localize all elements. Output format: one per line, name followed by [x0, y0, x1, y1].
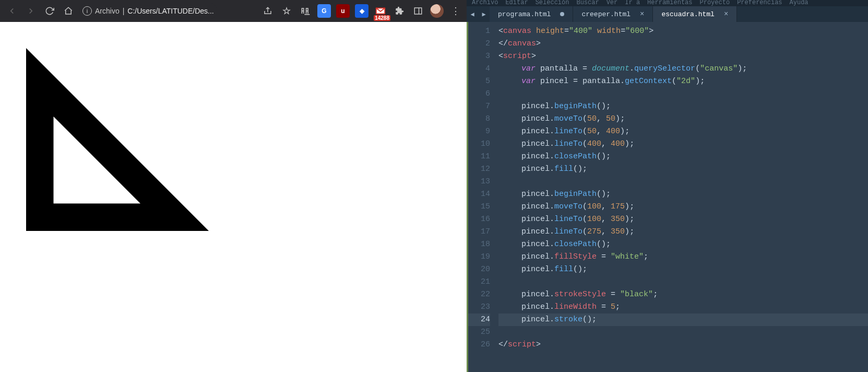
- extension-typography-icon[interactable]: [299, 4, 312, 18]
- line-number: 18: [468, 238, 490, 251]
- line-number: 2: [468, 38, 490, 50]
- editor-menu-item[interactable]: Ayuda: [790, 0, 808, 6]
- editor-menu-item[interactable]: Archivo: [472, 0, 498, 6]
- code-line[interactable]: pincel.closePath();: [498, 238, 868, 251]
- line-number: 4: [468, 63, 490, 75]
- address-sep: |: [123, 7, 125, 15]
- tab-scroll-left[interactable]: ◀: [467, 6, 478, 22]
- code-line[interactable]: [498, 326, 868, 339]
- editor-menu-item[interactable]: Selección: [536, 0, 569, 6]
- line-gutter: 1234567891011121314151617181920212223242…: [468, 22, 495, 372]
- extension-google-translate-icon[interactable]: G: [317, 4, 331, 18]
- reload-button[interactable]: [42, 3, 57, 19]
- extensions-button[interactable]: [393, 4, 406, 18]
- line-number: 16: [468, 213, 490, 226]
- code-line[interactable]: <script>: [498, 50, 868, 63]
- line-number: 11: [468, 150, 490, 163]
- code-line[interactable]: [498, 176, 868, 188]
- code-line[interactable]: pincel.lineTo(50, 400);: [498, 125, 868, 138]
- editor-tab[interactable]: programa.html: [490, 6, 573, 22]
- share-button[interactable]: [261, 4, 275, 18]
- extension-bitwarden-icon[interactable]: ◆: [355, 4, 368, 18]
- editor-tab[interactable]: escuadra.html×: [653, 6, 737, 22]
- editor-menu-item[interactable]: Herramientas: [647, 0, 692, 6]
- editor-menu-item[interactable]: Ir a: [625, 0, 640, 6]
- code-line[interactable]: pincel.lineTo(400, 400);: [498, 138, 868, 150]
- profile-avatar[interactable]: [430, 4, 444, 18]
- code-line[interactable]: pincel.strokeStyle = "black";: [498, 288, 868, 301]
- line-number: 14: [468, 188, 490, 201]
- code-line[interactable]: </script>: [498, 339, 868, 351]
- code-line[interactable]: pincel.beginPath();: [498, 100, 868, 113]
- code-line[interactable]: pincel.closePath();: [498, 150, 868, 163]
- editor-menu-item[interactable]: Ver: [607, 0, 618, 6]
- site-info-icon[interactable]: i: [82, 6, 92, 16]
- line-number: 6: [468, 88, 490, 100]
- toolbar-actions: ☆ G u ◆ 14288 ⋮: [261, 4, 462, 18]
- sidepanel-button[interactable]: [411, 4, 425, 18]
- line-number: 13: [468, 176, 490, 188]
- line-number: 24: [468, 313, 490, 326]
- svg-rect-3: [414, 8, 422, 14]
- extension-mail-icon[interactable]: 14288: [374, 4, 387, 18]
- line-number: 20: [468, 263, 490, 276]
- tab-scroll-right[interactable]: ▶: [478, 6, 490, 22]
- editor-menu-item[interactable]: Preferencias: [737, 0, 782, 6]
- extension-ublock-icon[interactable]: u: [336, 4, 350, 18]
- code-editor-window: ArchivoEditarSelecciónBuscarVerIr aHerra…: [467, 0, 868, 372]
- line-number: 5: [468, 75, 490, 88]
- code-line[interactable]: pincel.beginPath();: [498, 188, 868, 201]
- code-line[interactable]: pincel.fill();: [498, 163, 868, 176]
- line-number: 3: [468, 50, 490, 63]
- line-number: 17: [468, 226, 490, 238]
- code-content[interactable]: <canvas height="400" width="600"></canva…: [495, 22, 868, 372]
- code-line[interactable]: var pincel = pantalla.getContext("2d");: [498, 75, 868, 88]
- browser-menu-button[interactable]: ⋮: [449, 4, 462, 18]
- rendered-canvas: [0, 22, 313, 231]
- address-path: C:/Users/LATITUDE/Des...: [127, 7, 213, 15]
- address-bar[interactable]: i Archivo | C:/Users/LATITUDE/Des...: [79, 3, 217, 19]
- editor-tab[interactable]: creeper.html×: [573, 6, 653, 22]
- page-viewport: [0, 22, 467, 372]
- tab-close-icon[interactable]: ×: [640, 10, 644, 18]
- editor-menu-item[interactable]: Editar: [505, 0, 528, 6]
- code-line[interactable]: pincel.moveTo(100, 175);: [498, 201, 868, 213]
- editor-tab-label: programa.html: [498, 10, 551, 18]
- bookmark-star-icon[interactable]: ☆: [280, 4, 293, 18]
- code-line[interactable]: <canvas height="400" width="600">: [498, 25, 868, 38]
- line-number: 25: [468, 326, 490, 339]
- nav-back-button[interactable]: [4, 3, 20, 19]
- code-line[interactable]: pincel.lineTo(275, 350);: [498, 226, 868, 238]
- code-line[interactable]: pincel.lineTo(100, 350);: [498, 213, 868, 226]
- code-area[interactable]: 1234567891011121314151617181920212223242…: [467, 22, 868, 372]
- editor-tab-label: creeper.html: [581, 10, 631, 18]
- line-number: 19: [468, 251, 490, 263]
- nav-forward-button[interactable]: [23, 3, 39, 19]
- line-number: 22: [468, 288, 490, 301]
- address-prefix: Archivo: [95, 7, 120, 15]
- code-line[interactable]: [498, 88, 868, 100]
- browser-window: i Archivo | C:/Users/LATITUDE/Des... ☆ G…: [0, 0, 467, 372]
- line-number: 1: [468, 25, 490, 38]
- home-button[interactable]: [61, 3, 76, 19]
- code-line[interactable]: pincel.fill();: [498, 263, 868, 276]
- editor-menu-item[interactable]: Proyecto: [700, 0, 730, 6]
- line-number: 15: [468, 201, 490, 213]
- code-line[interactable]: pincel.stroke();: [498, 313, 868, 326]
- code-line[interactable]: pincel.moveTo(50, 50);: [498, 113, 868, 125]
- line-number: 9: [468, 125, 490, 138]
- code-line[interactable]: pincel.fillStyle = "white";: [498, 251, 868, 263]
- code-line[interactable]: pincel.lineWidth = 5;: [498, 301, 868, 313]
- editor-tab-row: ◀ ▶ programa.htmlcreeper.html×escuadra.h…: [467, 6, 868, 22]
- mail-badge-count: 14288: [374, 15, 390, 21]
- editor-menu-item[interactable]: Buscar: [576, 0, 599, 6]
- tab-close-icon[interactable]: ×: [724, 10, 728, 18]
- line-number: 10: [468, 138, 490, 150]
- browser-toolbar: i Archivo | C:/Users/LATITUDE/Des... ☆ G…: [0, 0, 467, 22]
- code-line[interactable]: [498, 276, 868, 288]
- line-number: 23: [468, 301, 490, 313]
- code-line[interactable]: </canvas>: [498, 38, 868, 50]
- tab-modified-dot-icon: [560, 12, 564, 16]
- line-number: 12: [468, 163, 490, 176]
- code-line[interactable]: var pantalla = document.querySelector("c…: [498, 63, 868, 75]
